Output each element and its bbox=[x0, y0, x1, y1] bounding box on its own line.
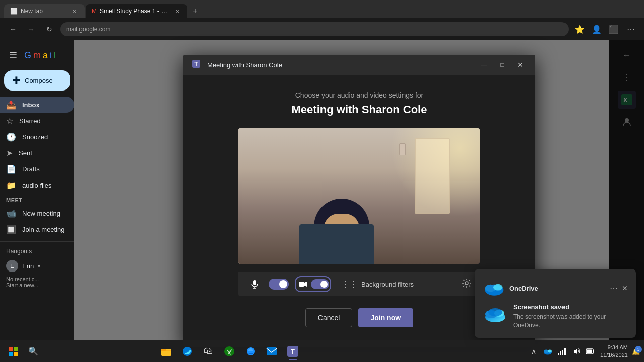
svg-rect-31 bbox=[558, 353, 559, 355]
svg-point-24 bbox=[224, 346, 234, 356]
sidebar-item-join-meeting[interactable]: 🔲 Join a meeting bbox=[0, 221, 74, 237]
compose-button[interactable]: ✚ Compose bbox=[4, 70, 70, 90]
taskbar-mail[interactable] bbox=[262, 341, 282, 361]
notification-cloud-icon bbox=[483, 303, 507, 325]
tab-2-label: Smell Study Phase 1 - duplicitya... bbox=[100, 8, 170, 15]
starred-icon: ☆ bbox=[6, 116, 13, 126]
notification-menu-button[interactable]: ⋯ bbox=[610, 284, 618, 293]
snoozed-icon: 🕐 bbox=[6, 132, 16, 142]
sidebar-item-inbox[interactable]: 📥 Inbox bbox=[0, 97, 74, 113]
taskbar-store[interactable]: 🛍 bbox=[198, 341, 218, 361]
tab-bar: ⬜ New tab ✕ M Smell Study Phase 1 - dupl… bbox=[0, 0, 644, 18]
tab-2[interactable]: M Smell Study Phase 1 - duplicitya... ✕ bbox=[86, 4, 187, 18]
logo-g: G bbox=[24, 50, 31, 61]
camera-toggle[interactable] bbox=[311, 279, 329, 289]
sidebar-item-new-meeting-label: New meeting bbox=[22, 210, 60, 217]
back-button[interactable]: ← bbox=[6, 22, 20, 36]
svg-rect-34 bbox=[564, 348, 566, 355]
taskbar-edge2[interactable] bbox=[240, 341, 261, 361]
nav-bar: ← → ↻ mail.google.com ⭐ 👤 ⬛ ⋯ bbox=[0, 18, 644, 40]
new-tab-button[interactable]: + bbox=[188, 4, 202, 18]
meet-section-label: Meet bbox=[0, 193, 74, 205]
logo-m: m bbox=[33, 50, 41, 61]
refresh-button[interactable]: ↻ bbox=[42, 22, 56, 36]
avatar: E bbox=[6, 260, 18, 272]
tab-1-icon: ⬜ bbox=[10, 8, 18, 15]
svg-point-13 bbox=[493, 284, 502, 291]
sidebar-item-audio-files[interactable]: 📁 audio files bbox=[0, 177, 74, 193]
taskbar-edge[interactable] bbox=[177, 341, 197, 361]
svg-point-7 bbox=[465, 282, 468, 285]
video-preview bbox=[238, 128, 480, 264]
onedrive-tray-icon[interactable] bbox=[542, 345, 554, 357]
window-divider bbox=[415, 176, 450, 176]
cancel-button[interactable]: Cancel bbox=[305, 308, 353, 327]
camera-button[interactable] bbox=[297, 278, 309, 290]
modal-titlebar: T Meeting with Sharon Cole ─ □ ✕ bbox=[183, 55, 535, 75]
mic-toggle[interactable] bbox=[269, 279, 289, 290]
profiles-button[interactable]: 👤 bbox=[590, 22, 604, 36]
modal-minimize-button[interactable]: ─ bbox=[477, 58, 491, 72]
taskbar-xbox[interactable] bbox=[219, 341, 239, 361]
background-filters-button[interactable]: ⋮⋮ Background filters bbox=[341, 280, 414, 289]
network-icon[interactable] bbox=[556, 345, 568, 357]
tab-1-close[interactable]: ✕ bbox=[70, 7, 78, 15]
tab-1[interactable]: ⬜ New tab ✕ bbox=[4, 4, 85, 18]
sidebar-item-sent[interactable]: ➤ Sent bbox=[0, 145, 74, 161]
sidebar-menu-button[interactable]: ☰ bbox=[6, 48, 20, 62]
hangouts-user[interactable]: E Erin ▾ bbox=[6, 258, 68, 274]
notification-close-button[interactable]: ✕ bbox=[622, 284, 628, 292]
sidebar-item-join-meeting-label: Join a meeting bbox=[22, 226, 65, 233]
sidebar-item-new-meeting[interactable]: 📹 New meeting bbox=[0, 205, 74, 221]
svg-rect-23 bbox=[161, 349, 166, 351]
sidebar-item-drafts[interactable]: 📄 Drafts bbox=[0, 161, 74, 177]
extensions-button[interactable]: ⬛ bbox=[607, 22, 621, 36]
nav-actions: ⭐ 👤 ⬛ ⋯ bbox=[573, 22, 638, 36]
more-button[interactable]: ⋯ bbox=[624, 22, 638, 36]
address-bar[interactable]: mail.google.com bbox=[60, 22, 569, 36]
taskbar-date-display: 11/16/2021 bbox=[600, 351, 628, 358]
notification-center-button[interactable]: 🔔 3 bbox=[632, 347, 640, 356]
svg-rect-20 bbox=[9, 352, 13, 356]
background-filters-label: Background filters bbox=[361, 281, 414, 288]
camera-toggle-group bbox=[295, 276, 331, 292]
no-recent-line2: Start a new... bbox=[6, 282, 68, 288]
sent-icon: ➤ bbox=[6, 148, 13, 158]
microphone-button[interactable] bbox=[247, 276, 263, 292]
tab-2-close[interactable]: ✕ bbox=[173, 7, 181, 15]
taskbar-time-display: 9:34 AM bbox=[600, 344, 628, 351]
no-recent-line1: No recent c... bbox=[6, 276, 68, 282]
svg-rect-25 bbox=[267, 347, 277, 355]
taskbar-file-explorer[interactable] bbox=[156, 341, 176, 361]
bookmark-button[interactable]: ⭐ bbox=[573, 22, 587, 36]
modal-meeting-title: Meeting with Sharon Cole bbox=[203, 103, 515, 116]
battery-icon[interactable] bbox=[584, 345, 596, 357]
tray-expand-button[interactable]: ∧ bbox=[528, 345, 540, 357]
taskbar-clock[interactable]: 9:34 AM 11/16/2021 bbox=[598, 344, 630, 358]
join-now-button[interactable]: Join now bbox=[358, 308, 413, 327]
video-preview-inner bbox=[238, 128, 480, 264]
forward-button[interactable]: → bbox=[24, 22, 38, 36]
sidebar-item-starred[interactable]: ☆ Starred bbox=[0, 113, 74, 129]
camera-toggle-knob bbox=[320, 281, 328, 288]
chevron-down-icon: ▾ bbox=[38, 263, 40, 269]
taskbar-search-button[interactable]: 🔍 bbox=[24, 342, 42, 360]
modal-close-button[interactable]: ✕ bbox=[513, 58, 527, 72]
modal-actions: Cancel Join now bbox=[203, 308, 515, 327]
taskbar-teams-icon[interactable]: T bbox=[283, 341, 303, 361]
modal-maximize-button[interactable]: □ bbox=[495, 58, 509, 72]
svg-marker-35 bbox=[574, 348, 577, 354]
notification-message-body: The screenshot was added to your OneDriv… bbox=[513, 313, 628, 330]
teams-logo-icon: T bbox=[191, 59, 201, 71]
hangouts-section: Hangouts E Erin ▾ No recent c... Start a… bbox=[0, 241, 74, 292]
modal-window-controls: ─ □ ✕ bbox=[477, 58, 527, 72]
volume-icon[interactable] bbox=[570, 345, 582, 357]
audio-files-icon: 📁 bbox=[6, 180, 16, 190]
sidebar-item-snoozed[interactable]: 🕐 Snoozed bbox=[0, 129, 74, 145]
svg-rect-19 bbox=[14, 347, 18, 351]
sidebar-item-audio-files-label: audio files bbox=[22, 182, 52, 189]
taskbar-system-tray: ∧ bbox=[528, 344, 640, 358]
gmail-header: ☰ Gmail bbox=[0, 44, 74, 66]
start-button[interactable] bbox=[4, 342, 22, 360]
video-settings-button[interactable] bbox=[462, 278, 472, 291]
